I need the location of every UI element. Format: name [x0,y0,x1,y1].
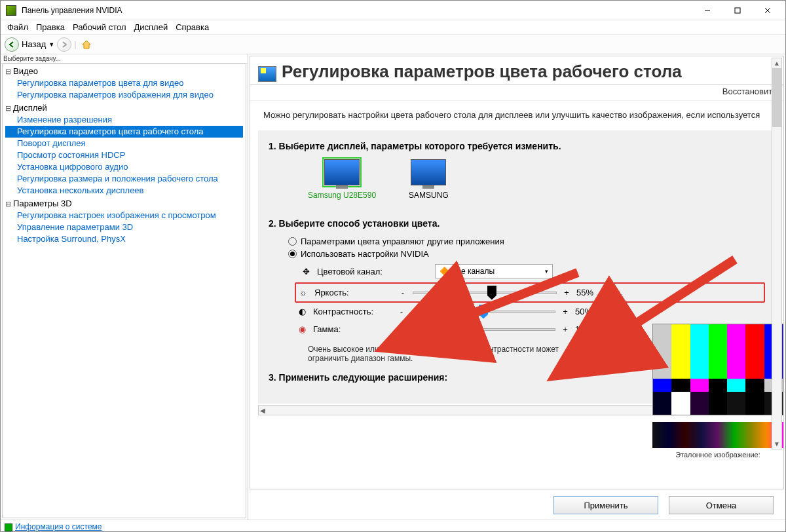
forward-button[interactable] [57,37,71,52]
gamma-note: Очень высокое или низкое значение яркост… [308,345,590,363]
tree-item[interactable]: Изменение разрешения [5,114,243,126]
info-icon [5,523,12,531]
system-info-link[interactable]: Информация о системе [1,520,105,532]
scrollbar-thumb[interactable] [772,68,781,127]
tree-group-video[interactable]: Видео [5,66,243,77]
brightness-row: ☼ Яркость: - + 55% [295,282,765,303]
titlebar: Панель управления NVIDIA [1,1,785,20]
brightness-slider[interactable] [413,292,557,294]
gamma-value: 1.00 [575,324,608,334]
vertical-scrollbar[interactable]: ▲▼ [772,58,782,449]
channel-value: Все каналы [452,267,495,276]
svg-rect-1 [735,8,740,13]
contrast-value: 50% [575,307,608,316]
step1-title: 1. Выберите дисплей, параметры которого … [269,141,765,151]
radio-nvidia[interactable]: Использовать настройки NVIDIA [288,249,765,259]
button-row: Применить Отмена [248,491,785,520]
chevron-down-icon: ▾ [545,268,548,275]
radio-label: Использовать настройки NVIDIA [301,249,429,259]
maximize-button[interactable] [722,1,753,20]
channel-label: Цветовой канал: [317,267,383,276]
panel-title: Регулировка параметров цвета рабочего ст… [282,62,776,82]
brightness-value: 55% [576,288,609,297]
menubar: Файл Правка Рабочий стол Дисплей Справка [1,20,785,35]
apply-button[interactable]: Применить [553,496,658,514]
app-icon [6,5,16,16]
tree-item[interactable]: Установка нескольких дисплеев [5,185,243,197]
tree-group-3d[interactable]: Параметры 3D [5,198,243,210]
close-button[interactable] [753,1,783,20]
slider-thumb[interactable] [457,322,466,337]
restore-link[interactable]: Восстановить [250,85,783,101]
gradient-bar [652,422,783,448]
brightness-icon: ☼ [299,288,308,297]
display-option[interactable]: SAMSUNG [409,159,449,200]
radio-other-apps[interactable]: Параметрами цвета управляют другие прило… [288,237,765,246]
gamma-icon: ◉ [297,324,307,334]
tree-item[interactable]: Поворот дисплея [5,138,243,149]
content-panel: Регулировка параметров цвета рабочего ст… [250,56,784,489]
menu-desktop[interactable]: Рабочий стол [69,21,130,33]
color-bars [652,324,783,415]
menu-display[interactable]: Дисплей [130,21,172,33]
gamma-slider[interactable] [411,328,555,331]
reference-image: Эталонное изображение: [652,324,783,459]
tree-item[interactable]: Просмотр состояния HDCP [5,149,243,161]
monitor-icon [411,159,446,185]
panel-description: Можно регулировать настройки цвета рабоч… [250,101,783,126]
channel-icon: ✥ [301,267,310,276]
contrast-slider[interactable] [411,311,555,313]
back-dropdown-icon[interactable]: ▼ [48,41,54,48]
brightness-label: Яркость: [314,288,393,297]
statusbar: Информация о системе [1,520,785,532]
home-button[interactable] [79,37,94,52]
menu-edit[interactable]: Правка [32,21,69,33]
back-button[interactable] [5,37,19,52]
toolbar: Назад ▼ | [1,35,785,54]
tree-item-selected[interactable]: Регулировка параметров цвета рабочего ст… [5,126,243,138]
radio-icon [288,250,297,258]
reference-caption: Эталонное изображение: [652,451,783,459]
contrast-icon: ◐ [297,307,307,316]
palette-icon: 🔶 [440,267,449,276]
menu-file[interactable]: Файл [3,21,32,33]
menu-help[interactable]: Справка [172,21,213,33]
display-option[interactable]: Samsung U28E590 [308,159,376,200]
radio-label: Параметрами цвета управляют другие прило… [301,237,504,246]
tree-group-display[interactable]: Дисплей [5,102,243,114]
radio-icon [288,237,297,246]
slider-thumb[interactable] [487,286,496,300]
channel-dropdown[interactable]: 🔶Все каналы ▾ [435,264,553,278]
panel-icon [258,66,276,82]
gamma-label: Гамма: [313,324,392,334]
window-title: Панель управления NVIDIA [22,6,692,15]
minimize-button[interactable] [692,1,722,20]
sidebar: Выберите задачу... Видео Регулировка пар… [1,54,248,520]
step2-title: 2. Выберите способ установки цвета. [269,218,765,229]
task-tree: Видео Регулировка параметров цвета для в… [2,64,246,518]
monitor-icon [324,159,360,185]
tree-item[interactable]: Установка цифрового аудио [5,161,243,173]
tree-item[interactable]: Настройка Surround, PhysX [5,233,243,245]
tree-item[interactable]: Управление параметрами 3D [5,221,243,233]
tree-item[interactable]: Регулировка настроек изображения с просм… [5,210,243,221]
tree-item[interactable]: Регулировка параметров изображения для в… [5,89,243,101]
display-name: Samsung U28E590 [308,191,376,200]
sidebar-header: Выберите задачу... [1,54,248,64]
slider-thumb[interactable] [479,305,488,319]
tree-item[interactable]: Регулировка размера и положения рабочего… [5,173,243,185]
display-name: SAMSUNG [409,191,449,200]
contrast-label: Контрастность: [313,307,392,316]
contrast-row: ◐ Контрастность: - + 50% [295,303,765,320]
back-label: Назад [22,39,46,49]
cancel-button[interactable]: Отмена [669,496,774,514]
tree-item[interactable]: Регулировка параметров цвета для видео [5,77,243,89]
